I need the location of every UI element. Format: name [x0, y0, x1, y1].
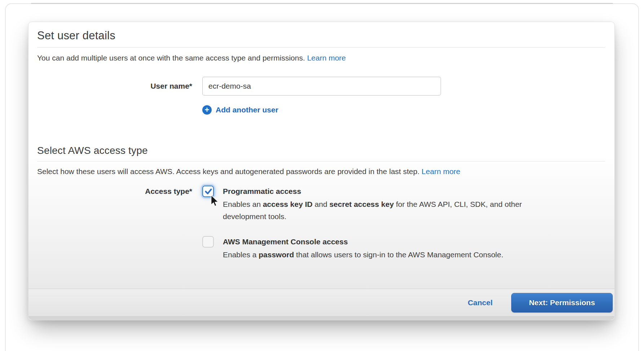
panel-bottom-strip	[28, 316, 614, 320]
add-another-user-link[interactable]: + Add another user	[202, 105, 278, 115]
desc-part-bold: password	[259, 250, 294, 259]
check-icon	[204, 187, 213, 196]
set-user-details-panel: Set user details You can add multiple us…	[28, 22, 615, 320]
access-type-row: Access type* Programmatic access Enables…	[37, 185, 605, 261]
page-title: Set user details	[37, 28, 605, 42]
console-access-text: AWS Management Console access Enables a …	[223, 236, 503, 261]
option-console-access: AWS Management Console access Enables a …	[202, 236, 524, 261]
panel-body: Set user details You can add multiple us…	[28, 22, 614, 289]
console-access-checkbox[interactable]	[202, 236, 214, 248]
desc-part: and	[313, 200, 330, 208]
next-permissions-button[interactable]: Next: Permissions	[511, 293, 613, 312]
desc-part: Enables an	[223, 200, 263, 208]
access-type-options: Programmatic access Enables an access ke…	[202, 185, 524, 261]
desc-part-bold: access key ID	[263, 200, 313, 208]
user-name-input[interactable]	[202, 77, 441, 95]
plus-icon: +	[202, 105, 212, 115]
programmatic-access-description: Enables an access key ID and secret acce…	[223, 198, 524, 223]
access-type-label: Access type*	[37, 185, 192, 261]
user-name-row: User name*	[37, 77, 605, 95]
intro-text: You can add multiple users at once with …	[37, 53, 605, 63]
access-intro-text: Select how these users will access AWS. …	[37, 166, 605, 177]
desc-part: Enables a	[223, 250, 259, 259]
desc-part-bold: secret access key	[329, 200, 394, 208]
console-access-title: AWS Management Console access	[223, 236, 503, 248]
learn-more-link-users[interactable]: Learn more	[307, 54, 346, 62]
add-another-user-label: Add another user	[216, 106, 278, 114]
option-programmatic-access: Programmatic access Enables an access ke…	[202, 185, 524, 223]
cancel-button[interactable]: Cancel	[468, 298, 493, 307]
window-top-edge	[31, 3, 613, 4]
programmatic-access-title: Programmatic access	[223, 185, 524, 197]
programmatic-access-text: Programmatic access Enables an access ke…	[223, 185, 524, 223]
access-type-section: Select AWS access type Select how these …	[37, 145, 605, 261]
desc-part: that allows users to sign-in to the AWS …	[294, 250, 503, 259]
programmatic-access-checkbox[interactable]	[202, 186, 214, 197]
page: { "header": { "title": "Set user details…	[0, 0, 644, 351]
learn-more-link-access[interactable]: Learn more	[422, 167, 460, 176]
intro-text-body: You can add multiple users at once with …	[37, 54, 307, 62]
title-divider	[37, 47, 605, 48]
access-intro-body: Select how these users will access AWS. …	[37, 167, 422, 176]
section-title: Select AWS access type	[37, 145, 605, 156]
wizard-footer: Cancel Next: Permissions	[28, 289, 614, 316]
user-name-label: User name*	[37, 82, 192, 90]
console-access-description: Enables a password that allows users to …	[223, 249, 503, 261]
section-divider	[37, 161, 605, 161]
